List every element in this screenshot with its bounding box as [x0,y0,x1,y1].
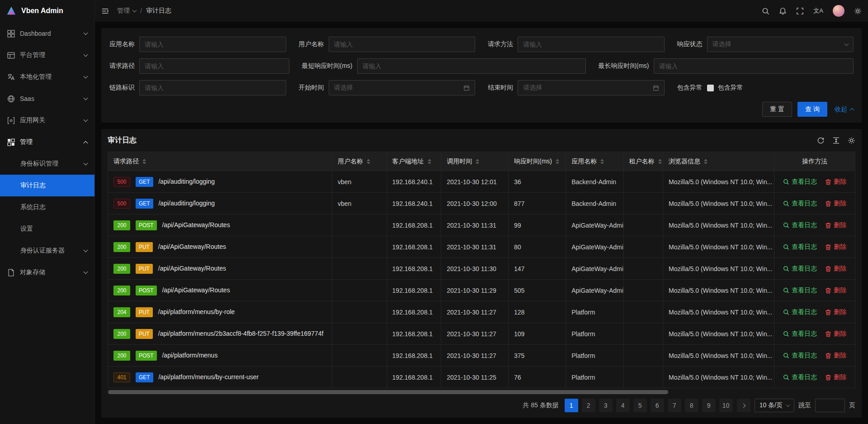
page-button[interactable]: 1 [565,399,578,412]
bell-icon[interactable] [779,7,787,15]
view-log-button[interactable]: 查看日志 [783,178,817,186]
column-header-app[interactable]: 应用名称 [566,152,623,171]
view-log-button[interactable]: 查看日志 [783,352,817,360]
page-button[interactable]: 3 [599,399,613,412]
manage-submenu: 身份标识管理 审计日志 系统日志 设置 身份认证服务器 [0,153,94,262]
delete-button[interactable]: 删除 [825,200,846,208]
column-header-response-ms[interactable]: 响应时间(ms) [508,152,566,171]
exception-checkbox[interactable] [707,85,714,91]
end-time-picker[interactable]: 请选择 [518,80,665,95]
sidebar-collapse-icon[interactable] [101,7,109,15]
page-button[interactable]: 10 [719,399,733,412]
scrollbar-thumb[interactable] [108,390,668,394]
max-response-time-input[interactable] [654,58,854,74]
column-header-tenant[interactable]: 租户名称 [623,152,663,171]
collapse-link[interactable]: 收起 [835,105,854,114]
chevron-down-icon [84,270,88,274]
start-time-picker[interactable]: 请选择 [329,80,476,95]
sort-icon[interactable] [556,159,559,164]
chevron-down-icon [84,31,88,35]
sidebar-item-gateway[interactable]: 应用网关 [0,110,94,131]
page-button[interactable]: 7 [668,399,681,412]
avatar[interactable] [833,5,844,17]
page-button[interactable]: 9 [702,399,716,412]
sort-icon[interactable] [428,159,431,164]
sidebar-item-saas[interactable]: Saas [0,88,94,110]
page-button[interactable]: 5 [633,399,647,412]
next-page-button[interactable] [737,399,750,412]
delete-button[interactable]: 删除 [825,286,846,295]
view-log-button[interactable]: 查看日志 [783,373,817,381]
view-log-button[interactable]: 查看日志 [783,308,817,316]
app-name-input[interactable] [139,37,286,52]
user-name-input[interactable] [329,37,476,52]
cell-tenant [623,236,663,258]
field-label: 结束时间 [488,84,513,92]
request-path-text: /api/ApiGateway/Routes [162,286,230,294]
sidebar-item-platform[interactable]: 平台管理 [0,44,94,66]
query-button[interactable]: 查 询 [797,102,827,117]
min-response-time-input[interactable] [357,58,586,74]
request-method-input[interactable] [518,37,665,52]
horizontal-scrollbar[interactable] [108,390,855,394]
column-height-icon[interactable] [832,137,840,144]
column-header-user[interactable]: 用户名称 [332,152,387,171]
sort-icon[interactable] [142,159,146,164]
page-button[interactable]: 2 [582,399,595,412]
audit-log-table: 请求路径 用户名称 客户端地址 调用时间 响应时间(ms) 应用名称 租户名称 … [108,152,855,388]
jump-page-input[interactable] [815,399,845,412]
sidebar-item-identity-management[interactable]: 身份标识管理 [0,153,94,175]
delete-button[interactable]: 删除 [825,373,846,381]
delete-button[interactable]: 删除 [825,330,846,338]
view-log-button[interactable]: 查看日志 [783,265,817,273]
view-log-button[interactable]: 查看日志 [783,200,817,208]
page-size-select[interactable]: 10 条/页 [755,399,794,412]
sidebar-item-audit-log[interactable]: 审计日志 [0,175,94,196]
sidebar-item-system-log[interactable]: 系统日志 [0,196,94,218]
reset-button[interactable]: 重 置 [762,102,792,117]
sidebar-item-object-storage[interactable]: 对象存储 [0,262,94,283]
cell-tenant [623,258,663,280]
sidebar-item-auth-server[interactable]: 身份认证服务器 [0,240,94,262]
view-log-button[interactable]: 查看日志 [783,330,817,338]
column-header-client-ip[interactable]: 客户端地址 [387,152,441,171]
view-log-button[interactable]: 查看日志 [783,286,817,295]
fullscreen-icon[interactable] [796,7,804,15]
language-icon[interactable]: 文A [813,7,823,15]
delete-button[interactable]: 删除 [825,243,846,251]
request-path-input[interactable] [139,58,289,74]
delete-button[interactable]: 删除 [825,265,846,273]
gear-icon[interactable] [854,7,862,15]
page-button[interactable]: 6 [651,399,664,412]
sort-icon[interactable] [367,159,370,164]
page-button[interactable]: 4 [616,399,630,412]
column-settings-icon[interactable] [848,137,855,144]
column-header-browser[interactable]: 浏览器信息 [663,152,774,171]
sort-icon[interactable] [476,159,479,164]
sort-icon[interactable] [658,159,662,164]
refresh-icon[interactable] [817,137,825,144]
delete-button[interactable]: 删除 [825,352,846,360]
view-log-button[interactable]: 查看日志 [783,243,817,251]
sidebar-item-dashboard[interactable]: Dashboard [0,23,94,44]
page-button[interactable]: 8 [685,399,698,412]
column-header-path[interactable]: 请求路径 [108,152,332,171]
dashboard-icon [7,30,15,38]
breadcrumb-parent[interactable]: 管理 [117,7,136,15]
search-icon[interactable] [762,7,769,15]
delete-button[interactable]: 删除 [825,308,846,316]
response-status-select[interactable]: 请选择 [707,37,854,52]
sidebar-item-settings[interactable]: 设置 [0,218,94,240]
cell-path: 500 GET /api/auditing/logging [108,171,332,193]
app-logo[interactable]: Vben Admin [0,0,94,22]
view-log-button[interactable]: 查看日志 [783,221,817,229]
sort-icon[interactable] [704,159,708,164]
column-header-time[interactable]: 调用时间 [441,152,509,171]
view-log-label: 查看日志 [792,330,817,338]
sort-icon[interactable] [600,159,604,164]
trace-id-input[interactable] [139,80,286,95]
sidebar-item-manage[interactable]: 管理 [0,131,94,153]
delete-button[interactable]: 删除 [825,221,846,229]
delete-button[interactable]: 删除 [825,178,846,186]
sidebar-item-localization[interactable]: 本地化管理 [0,66,94,88]
